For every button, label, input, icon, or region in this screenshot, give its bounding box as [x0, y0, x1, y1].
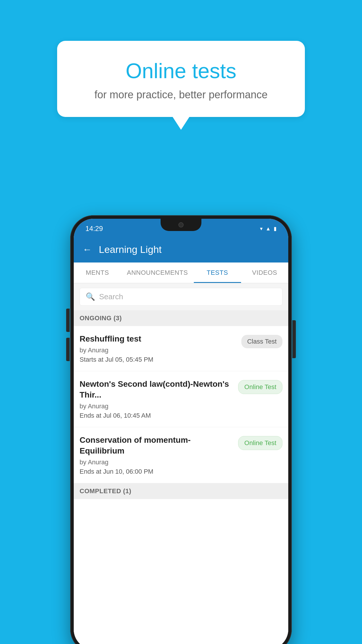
test-badge-online: Online Test [238, 380, 282, 394]
phone-notch [161, 219, 201, 231]
test-badge-online-2: Online Test [238, 436, 282, 450]
bubble-subtitle: for more practice, better performance [80, 89, 282, 101]
tab-tests[interactable]: TESTS [194, 262, 241, 283]
tabs-container: MENTS ANNOUNCEMENTS TESTS VIDEOS [74, 262, 288, 283]
search-placeholder: Search [99, 292, 123, 301]
search-icon: 🔍 [86, 292, 95, 301]
test-time: Starts at Jul 05, 05:45 PM [80, 356, 236, 363]
speech-bubble-container: Online tests for more practice, better p… [57, 41, 305, 117]
test-name: Conservation of momentum-Equilibrium [80, 435, 232, 456]
search-container: 🔍 Search [74, 283, 288, 310]
wifi-icon: ▾ [260, 225, 263, 232]
phone-frame: 14:29 ▾ ▲ ▮ ← Learning Light MENTS ANNOU… [70, 215, 292, 644]
test-badge-class: Class Test [241, 335, 282, 348]
battery-icon: ▮ [274, 225, 277, 232]
test-name: Newton's Second law(contd)-Newton's Thir… [80, 379, 232, 400]
test-by: by Anurag [80, 459, 232, 466]
test-item[interactable]: Conservation of momentum-Equilibrium by … [74, 427, 288, 483]
test-info: Conservation of momentum-Equilibrium by … [80, 435, 232, 475]
test-time: Ends at Jul 06, 10:45 AM [80, 412, 232, 419]
test-info: Newton's Second law(contd)-Newton's Thir… [80, 379, 232, 419]
tab-announcements[interactable]: ANNOUNCEMENTS [121, 262, 194, 283]
app-header: ← Learning Light [74, 236, 288, 262]
bubble-title: Online tests [80, 58, 282, 83]
back-button[interactable]: ← [82, 244, 92, 255]
signal-icon: ▲ [266, 226, 271, 232]
section-completed-header: COMPLETED (1) [74, 483, 288, 499]
phone-container: 14:29 ▾ ▲ ▮ ← Learning Light MENTS ANNOU… [70, 215, 292, 644]
search-box[interactable]: 🔍 Search [80, 288, 282, 306]
test-name: Reshuffling test [80, 334, 236, 344]
app-title: Learning Light [99, 244, 162, 255]
tab-ments[interactable]: MENTS [74, 262, 121, 283]
section-ongoing-header: ONGOING (3) [74, 310, 288, 326]
test-info: Reshuffling test by Anurag Starts at Jul… [80, 334, 236, 363]
test-list: Reshuffling test by Anurag Starts at Jul… [74, 326, 288, 644]
phone-screen: 14:29 ▾ ▲ ▮ ← Learning Light MENTS ANNOU… [74, 219, 288, 644]
speech-bubble: Online tests for more practice, better p… [57, 41, 305, 117]
test-by: by Anurag [80, 402, 232, 410]
tab-videos[interactable]: VIDEOS [241, 262, 288, 283]
test-time: Ends at Jun 10, 06:00 PM [80, 468, 232, 475]
status-icons: ▾ ▲ ▮ [260, 225, 277, 232]
test-item[interactable]: Reshuffling test by Anurag Starts at Jul… [74, 326, 288, 371]
test-by: by Anurag [80, 346, 236, 354]
notch-camera [178, 222, 184, 228]
test-item[interactable]: Newton's Second law(contd)-Newton's Thir… [74, 371, 288, 427]
status-time: 14:29 [85, 225, 103, 233]
